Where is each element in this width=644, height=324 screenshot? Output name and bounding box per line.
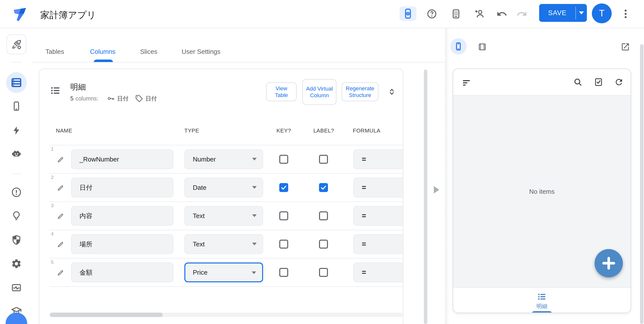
key-checkbox[interactable] bbox=[279, 268, 288, 277]
column-row: 1 _RowNumber Number = bbox=[40, 146, 403, 174]
sidebar-item-app-views[interactable] bbox=[11, 101, 22, 112]
sidebar-item-monitor[interactable] bbox=[11, 282, 22, 293]
undo-button[interactable] bbox=[496, 8, 507, 19]
redo-icon bbox=[516, 8, 527, 19]
label-checkbox[interactable] bbox=[319, 183, 328, 192]
redo-button[interactable] bbox=[516, 8, 527, 19]
select-caret-icon bbox=[252, 271, 256, 274]
key-checkbox[interactable] bbox=[279, 155, 288, 164]
column-row: 3 内容 Text = bbox=[40, 202, 403, 230]
appsheet-logo-icon[interactable] bbox=[10, 4, 28, 23]
sidebar-item-assistant[interactable] bbox=[11, 148, 22, 159]
save-options-button[interactable] bbox=[576, 4, 587, 22]
open-in-new-button[interactable] bbox=[621, 42, 630, 52]
sidebar-item-automation[interactable] bbox=[11, 125, 22, 136]
preview-menu-button[interactable] bbox=[462, 78, 471, 87]
sidebar-item-errors[interactable] bbox=[11, 187, 22, 198]
formula-field[interactable]: = bbox=[353, 206, 403, 226]
collapse-expand-button[interactable] bbox=[387, 85, 397, 98]
edit-column-button[interactable] bbox=[57, 212, 64, 220]
sidebar-item-deploy[interactable] bbox=[6, 34, 26, 54]
edit-column-button[interactable] bbox=[57, 241, 64, 248]
edit-column-button[interactable] bbox=[57, 184, 64, 191]
regenerate-structure-button[interactable]: Regenerate Structure bbox=[342, 82, 378, 101]
type-select[interactable]: Price bbox=[184, 263, 263, 282]
preview-eye-phone-icon bbox=[402, 8, 414, 19]
type-value: Date bbox=[193, 184, 206, 191]
lightbulb-icon bbox=[11, 210, 22, 221]
column-name-field[interactable]: 日付 bbox=[71, 178, 174, 197]
tab-slices[interactable]: Slices bbox=[140, 45, 157, 58]
preview-sync-button[interactable] bbox=[614, 77, 624, 87]
user-avatar[interactable]: T bbox=[592, 3, 612, 23]
column-row: 2 日付 Date = bbox=[40, 174, 403, 202]
formula-field[interactable]: = bbox=[353, 178, 403, 197]
device-grid-button[interactable] bbox=[450, 8, 461, 19]
expand-preview-handle[interactable] bbox=[434, 186, 439, 193]
type-select[interactable]: Number bbox=[184, 149, 263, 169]
type-select[interactable]: Date bbox=[184, 178, 263, 197]
add-item-fab[interactable] bbox=[594, 249, 623, 277]
more-menu-button[interactable] bbox=[620, 8, 631, 19]
grid-divider bbox=[49, 230, 403, 230]
add-person-button[interactable] bbox=[474, 8, 484, 19]
live-preview-button[interactable] bbox=[400, 6, 416, 21]
column-name-field[interactable]: 内容 bbox=[71, 206, 174, 226]
nav-label: 明細 bbox=[453, 303, 630, 310]
key-checkbox[interactable] bbox=[279, 211, 288, 220]
select-caret-icon bbox=[252, 158, 257, 161]
type-select[interactable]: Text bbox=[184, 206, 263, 226]
sidebar-item-settings[interactable] bbox=[11, 258, 22, 269]
preview-bottom-nav[interactable]: 明細 bbox=[453, 287, 630, 313]
key-checkbox[interactable] bbox=[279, 240, 288, 249]
empty-state-text: No items bbox=[529, 188, 555, 195]
save-split-button[interactable]: SAVE bbox=[539, 4, 587, 22]
column-name-field[interactable]: _RowNumber bbox=[71, 149, 174, 169]
sidebar-divider bbox=[12, 174, 21, 174]
device-toggle-phone[interactable] bbox=[450, 38, 466, 55]
sidebar-item-data[interactable] bbox=[6, 72, 27, 93]
type-select[interactable]: Text bbox=[184, 234, 263, 254]
tab-tables[interactable]: Tables bbox=[46, 45, 64, 58]
main-vertical-scrollbar[interactable] bbox=[424, 69, 427, 324]
edit-column-button[interactable] bbox=[57, 269, 64, 276]
help-button[interactable] bbox=[426, 8, 437, 19]
view-table-button[interactable]: View Table bbox=[266, 82, 297, 101]
label-checkbox[interactable] bbox=[319, 211, 328, 220]
label-checkbox[interactable] bbox=[319, 268, 328, 277]
preview-select-button[interactable] bbox=[594, 77, 603, 87]
sidebar-item-suggestions[interactable] bbox=[11, 210, 22, 221]
type-value: Text bbox=[193, 212, 205, 220]
formula-field[interactable]: = bbox=[353, 263, 403, 282]
column-name-field[interactable]: 場所 bbox=[71, 234, 174, 254]
sidebar-item-security[interactable] bbox=[11, 234, 22, 245]
data-table-icon bbox=[10, 77, 22, 89]
add-person-icon bbox=[474, 8, 484, 19]
tab-user-settings[interactable]: User Settings bbox=[182, 45, 220, 58]
preview-search-button[interactable] bbox=[573, 77, 583, 87]
tabs-divider bbox=[32, 62, 445, 62]
phone-icon bbox=[454, 42, 463, 51]
add-virtual-column-button[interactable]: Add Virtual Column bbox=[302, 79, 336, 105]
help-chat-bubble[interactable] bbox=[6, 313, 27, 324]
label-checkbox[interactable] bbox=[319, 240, 328, 249]
help-icon bbox=[426, 8, 437, 19]
key-checkbox[interactable] bbox=[279, 183, 288, 192]
page-vertical-scrollbar[interactable] bbox=[640, 44, 644, 324]
label-tag-icon bbox=[135, 95, 143, 102]
tab-columns[interactable]: Columns bbox=[90, 45, 116, 58]
pencil-icon bbox=[57, 269, 64, 276]
column-header-key: KEY? bbox=[268, 128, 299, 137]
row-number: 5 bbox=[51, 260, 54, 265]
column-name-field[interactable]: 金額 bbox=[71, 263, 174, 282]
column-header-formula: FORMULA bbox=[353, 128, 380, 137]
formula-field[interactable]: = bbox=[353, 149, 403, 169]
edit-column-button[interactable] bbox=[57, 156, 64, 163]
save-button[interactable]: SAVE bbox=[539, 4, 576, 22]
device-toggle-tablet[interactable] bbox=[478, 42, 487, 52]
formula-field[interactable]: = bbox=[353, 234, 403, 254]
kebab-menu-icon bbox=[620, 8, 631, 19]
label-checkbox[interactable] bbox=[319, 155, 328, 164]
plus-icon bbox=[601, 256, 616, 271]
horizontal-scrollbar-thumb[interactable] bbox=[50, 313, 163, 317]
